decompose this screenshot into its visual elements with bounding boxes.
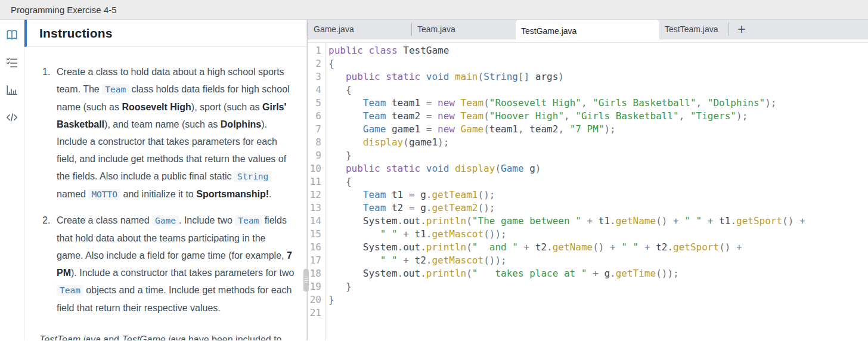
code-icon — [5, 111, 18, 124]
inline-code: MOTTO — [88, 189, 120, 200]
line-number: 6 — [308, 110, 325, 123]
instruction-item: 2.Create a class named Game. Include two… — [39, 212, 294, 317]
instructions-body: 1.Create a class to hold data about a hi… — [24, 47, 306, 340]
code-line: 17 " " + t2.getMascot()); — [308, 254, 868, 267]
line-number: 12 — [308, 188, 325, 202]
line-number: 16 — [308, 241, 325, 254]
code-line-content: " " + t2.getMascot()); — [325, 254, 507, 267]
code-line: 11 { — [308, 175, 868, 188]
code-line-content: { — [325, 57, 334, 70]
tab-TestGame-java[interactable]: TestGame.java — [516, 20, 659, 42]
code-line-content: System.out.println(" and " + t2.getName(… — [325, 241, 742, 254]
text-segment: named — [57, 189, 88, 199]
line-number: 11 — [308, 175, 325, 188]
text-segment: have been included to — [185, 334, 281, 340]
instructions-panel: Instructions 1.Create a class to hold da… — [24, 20, 307, 340]
code-line-content: public class TestGame — [325, 44, 449, 57]
text-segment: Sportsmanship! — [196, 189, 269, 199]
line-number: 18 — [308, 267, 325, 280]
code-line-content: System.out.println(" takes place at " + … — [325, 267, 679, 280]
line-number: 21 — [308, 306, 325, 320]
text-segment: ). Include a constructor that takes para… — [71, 268, 294, 278]
new-tab-button[interactable]: + — [729, 20, 754, 39]
instructions-scrollbar[interactable] — [303, 269, 309, 292]
code-line-content: Team t1 = g.getTeam1(); — [325, 188, 495, 202]
activity-rail — [0, 20, 24, 340]
code-line: 4 { — [308, 83, 868, 97]
bar-chart-icon — [5, 83, 18, 97]
inline-code: Team — [57, 285, 83, 296]
text-segment: and initialize it to — [120, 189, 196, 199]
text-segment: ), sport (such as — [191, 102, 262, 112]
rail-item-checklist[interactable] — [4, 54, 20, 71]
inline-code: Team — [235, 215, 262, 226]
text-segment: Dolphins — [221, 119, 261, 129]
page-title: Programming Exercise 4-5 — [11, 5, 117, 15]
rail-item-book[interactable] — [4, 27, 20, 44]
line-number: 9 — [308, 149, 325, 162]
top-bar: Programming Exercise 4-5 — [0, 0, 868, 20]
line-number: 5 — [308, 97, 325, 110]
code-line: 10 public static void display(Game g) — [308, 162, 868, 175]
rail-item-bar-chart[interactable] — [4, 82, 20, 98]
line-number: 4 — [308, 83, 325, 97]
code-line-content: System.out.println("The game between " +… — [325, 215, 805, 228]
text-segment: Create a class named — [57, 215, 152, 225]
code-line-content: { — [325, 175, 352, 188]
code-editor-panel: Game.javaTeam.javaTestGame.javaTestTeam.… — [307, 20, 868, 340]
book-icon — [5, 29, 18, 42]
text-segment: Roosevelt High — [122, 102, 191, 112]
tab-TestTeam-java[interactable]: TestTeam.java — [659, 20, 728, 39]
instructions-header: Instructions — [24, 20, 306, 47]
gutter-divider — [325, 43, 326, 340]
code-line-content: } — [325, 149, 352, 162]
code-line-content: display(game1); — [325, 136, 449, 149]
line-number: 2 — [308, 57, 325, 70]
code-line-content: { — [325, 83, 352, 97]
instruction-item: 1.Create a class to hold data about a hi… — [39, 63, 294, 203]
code-line-content: } — [325, 280, 352, 293]
text-segment: ), and team name (such as — [104, 119, 221, 129]
code-line: 1public class TestGame — [308, 44, 868, 57]
text-segment: TestGame.java — [122, 334, 185, 340]
text-segment: and — [101, 334, 122, 340]
code-line: 8 display(game1); — [308, 136, 868, 149]
line-number: 7 — [308, 123, 325, 136]
inline-code: Team — [102, 84, 129, 95]
code-line-content: public static void main(String[] args) — [325, 70, 564, 83]
code-line: 9 } — [308, 149, 868, 162]
line-number: 17 — [308, 254, 325, 267]
code-line-content: Team t2 = g.getTeam2(); — [325, 202, 495, 215]
code-line: 13 Team t2 = g.getTeam2(); — [308, 202, 868, 215]
code-line: 12 Team t1 = g.getTeam1(); — [308, 188, 868, 202]
code-line: 19 } — [308, 280, 868, 293]
code-line: 7 Game game1 = new Game(team1, team2, "7… — [308, 123, 868, 136]
code-line: 2{ — [308, 57, 868, 70]
text-segment: TestTeam.java — [39, 334, 101, 340]
code-line: 5 Team team1 = new Team("Roosevelt High"… — [308, 97, 868, 110]
tab-Game-java[interactable]: Game.java — [308, 20, 411, 39]
code-line: 18 System.out.println(" takes place at "… — [308, 267, 868, 280]
code-line: 16 System.out.println(" and " + t2.getNa… — [308, 241, 868, 254]
instruction-item-number: 2. — [42, 212, 57, 317]
text-segment: objects and a time. Include get methods … — [57, 285, 292, 313]
instructions-footer: TestTeam.java and TestGame.java have bee… — [39, 331, 294, 340]
text-segment: . — [269, 189, 271, 199]
line-number: 19 — [308, 280, 325, 293]
code-line-content: Team team1 = new Team("Roosevelt High", … — [325, 97, 776, 110]
code-line-content: Team team2 = new Team("Hoover High", "Gi… — [325, 110, 748, 123]
code-line-content: Game game1 = new Game(team1, team2, "7 P… — [325, 123, 616, 136]
code-editing-area[interactable]: 1public class TestGame2{3 public static … — [308, 43, 868, 340]
inline-code: Game — [152, 215, 179, 226]
line-number: 15 — [308, 228, 325, 241]
tab-Team-java[interactable]: Team.java — [412, 20, 516, 39]
main-content: Instructions 1.Create a class to hold da… — [0, 20, 868, 340]
line-number: 8 — [308, 136, 325, 149]
code-line: 14 System.out.println("The game between … — [308, 215, 868, 228]
code-line: 20} — [308, 293, 868, 306]
instructions-heading: Instructions — [39, 26, 113, 41]
code-line: 6 Team team2 = new Team("Hoover High", "… — [308, 110, 868, 123]
rail-item-code[interactable] — [4, 109, 20, 126]
code-line-content: " " + t1.getMascot()); — [325, 228, 507, 241]
checklist-icon — [5, 56, 18, 69]
